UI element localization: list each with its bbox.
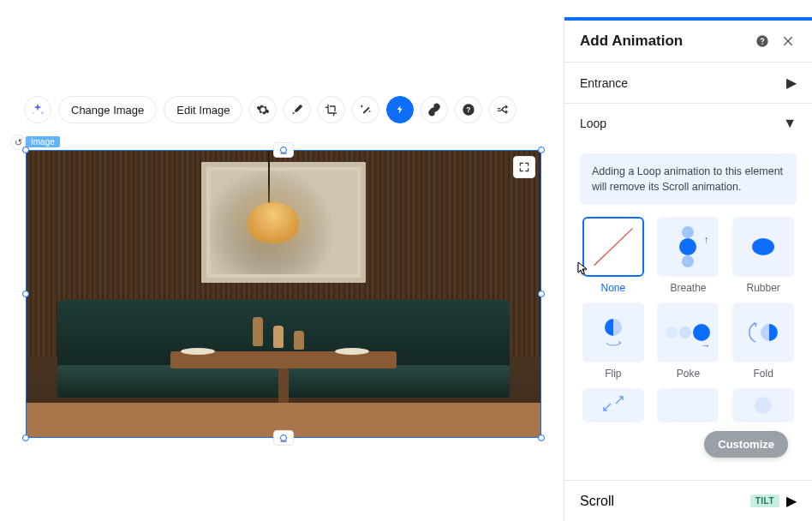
resize-handle[interactable] — [22, 290, 29, 297]
resize-handle[interactable] — [538, 434, 545, 441]
panel-help-button[interactable] — [754, 33, 771, 50]
loop-option-fold[interactable]: Fold — [730, 302, 797, 380]
option-label: Rubber — [746, 282, 779, 294]
chevron-down-icon: ▼ — [783, 116, 797, 131]
poke-icon — [666, 324, 710, 341]
loop-section-body: Adding a Loop animation to this element … — [564, 153, 812, 434]
corner-edit-button[interactable] — [513, 156, 535, 178]
fold-icon — [749, 321, 778, 344]
loop-option-more-3[interactable] — [730, 388, 797, 422]
change-image-button[interactable]: Change Image — [58, 96, 157, 123]
chevron-right-icon: ▶ — [786, 75, 797, 91]
loop-option-breathe[interactable]: ↑ Breathe — [655, 217, 722, 294]
option-label: None — [600, 282, 625, 294]
ai-sparkle-button[interactable] — [24, 96, 51, 123]
section-label: Entrance — [580, 76, 628, 90]
option-label: Poke — [677, 368, 700, 380]
loop-option-more-1[interactable] — [580, 388, 647, 422]
help-icon: ? — [462, 103, 475, 117]
image-toolbar: Change Image Edit Image ? — [24, 96, 516, 123]
dot-icon — [755, 397, 772, 414]
close-icon — [781, 34, 795, 48]
shuffle-button[interactable] — [489, 96, 516, 123]
resize-handle[interactable] — [280, 434, 287, 441]
help-button[interactable]: ? — [455, 96, 482, 123]
svg-text:?: ? — [467, 105, 471, 114]
none-icon — [593, 227, 634, 266]
option-label: Fold — [753, 368, 773, 380]
option-label: Breathe — [670, 282, 706, 294]
section-label: Scroll — [580, 494, 614, 509]
loop-option-poke[interactable]: → Poke — [655, 302, 722, 380]
resize-handle[interactable] — [538, 147, 545, 153]
scene-illustration — [27, 151, 540, 437]
animation-button[interactable] — [386, 96, 414, 123]
resize-handle[interactable] — [538, 290, 545, 297]
expand-arrows-icon — [600, 393, 626, 417]
sparkle-icon — [30, 102, 45, 117]
image-placeholder[interactable] — [26, 150, 541, 438]
brush-icon — [290, 103, 304, 117]
loop-option-more-2[interactable] — [655, 388, 722, 422]
section-label: Loop — [580, 117, 606, 130]
loop-options-grid: None ↑ Breathe Rubber Flip — [580, 217, 797, 422]
section-scroll[interactable]: Scroll TILT ▶ — [564, 480, 812, 521]
panel-title: Add Animation — [580, 33, 745, 50]
settings-button[interactable] — [249, 96, 277, 123]
loop-option-none[interactable]: None — [580, 217, 647, 294]
shuffle-icon — [496, 103, 510, 117]
help-icon — [755, 34, 769, 48]
editor-canvas: Change Image Edit Image ? ↺ Image — [0, 0, 564, 521]
edit-image-button[interactable]: Edit Image — [164, 96, 242, 123]
resize-handle[interactable] — [280, 147, 287, 153]
section-loop[interactable]: Loop ▼ — [564, 103, 812, 143]
svg-line-2 — [594, 229, 632, 266]
resize-handle[interactable] — [22, 434, 29, 441]
option-label: Flip — [605, 368, 621, 380]
brush-button[interactable] — [284, 96, 311, 123]
customize-button[interactable]: Customize — [704, 431, 788, 458]
loop-option-flip[interactable]: Flip — [580, 302, 647, 380]
breathe-icon — [679, 226, 696, 267]
wand-icon — [359, 103, 373, 117]
rubber-icon — [752, 238, 774, 255]
animation-panel: Add Animation Entrance ▶ Loop ▼ Adding a… — [564, 17, 812, 521]
panel-header: Add Animation — [564, 21, 812, 62]
link-icon — [427, 103, 441, 117]
loop-option-rubber[interactable]: Rubber — [730, 217, 797, 294]
animation-icon — [393, 103, 407, 117]
panel-close-button[interactable] — [779, 33, 797, 50]
scroll-badge: TILT — [750, 494, 779, 507]
gear-icon — [256, 103, 270, 117]
link-button[interactable] — [421, 96, 448, 123]
expand-icon — [518, 161, 530, 173]
crop-icon — [325, 103, 338, 117]
chevron-right-icon: ▶ — [786, 493, 797, 509]
selected-image-frame[interactable]: ↺ Image — [26, 150, 541, 438]
crop-button[interactable] — [318, 96, 345, 123]
loop-info-message: Adding a Loop animation to this element … — [580, 153, 797, 205]
magic-button[interactable] — [352, 96, 379, 123]
loop-options-scroll[interactable]: Adding a Loop animation to this element … — [564, 143, 812, 480]
section-entrance[interactable]: Entrance ▶ — [564, 62, 812, 103]
selection-tag: Image — [26, 136, 60, 147]
resize-handle[interactable] — [22, 147, 29, 153]
flip-icon — [605, 319, 622, 346]
